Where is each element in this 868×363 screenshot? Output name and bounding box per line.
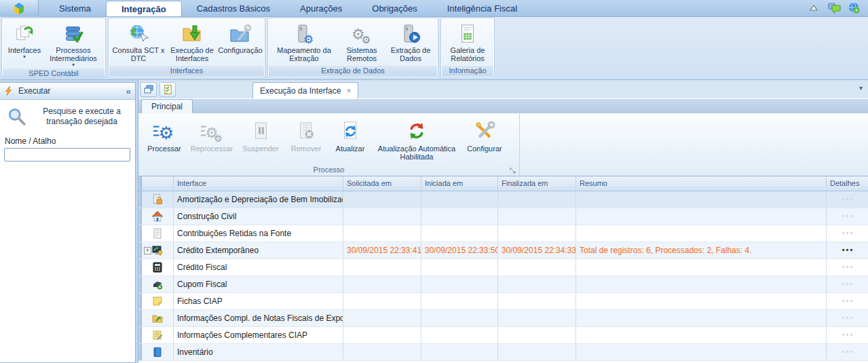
details-button[interactable]: ••• (827, 191, 868, 208)
interface-cell: Inventário (174, 344, 343, 360)
pause-document-icon (250, 120, 271, 142)
remover-button[interactable]: Remover (284, 116, 328, 164)
table-row-inventario[interactable]: Inventário ••• (138, 344, 868, 361)
processo-group-footer: Processo (138, 164, 519, 176)
column-header-icon[interactable] (142, 176, 174, 191)
menu-tab-apuracoes[interactable]: Apurações (285, 0, 357, 16)
table-row-fichas-ciap[interactable]: Fichas CIAP ••• (138, 293, 868, 310)
menu-tab-inteligencia-fiscal[interactable]: Inteligência Fiscal (432, 0, 532, 16)
atualizacao-automatica-label: Atualização Automática Habilitada (372, 145, 461, 161)
details-button[interactable]: ••• (827, 276, 868, 292)
configurar-button[interactable]: Configurar (461, 116, 508, 164)
ribbon-group-sped-contabil: Interfaces ▾ Processos Intermediários ▾ (1, 18, 106, 78)
application-window: Sistema Integração Cadastros Básicos Apu… (0, 0, 868, 363)
atualizar-button[interactable]: Atualizar (328, 116, 372, 164)
tab-execucao-da-interface[interactable]: Execução da Interface × (252, 82, 358, 98)
nome-atalho-input[interactable] (4, 148, 130, 161)
suspender-label: Suspender (242, 145, 278, 153)
ribbon-group-extracao-de-dados: ⚙ Mapeamento da Extração ⚙ ⚙ Sistemas Re… (267, 18, 438, 78)
reprocessar-button[interactable]: ⚙ ⚙ Reprocessar (186, 116, 238, 164)
column-header-finalizada-em[interactable]: Finalizada em (498, 176, 576, 191)
server-gear-icon: ⚙ (293, 23, 315, 45)
column-header-iniciada-em[interactable]: Iniciada em (421, 176, 498, 191)
iniciada-em-cell: 30/09/2015 22:33:50 (421, 242, 498, 259)
svg-text:⚙: ⚙ (214, 133, 222, 142)
menu-tab-obrigacoes[interactable]: Obrigações (357, 0, 432, 16)
process-gear-icon: ⚙ (153, 119, 176, 142)
interface-grid: Interface Solicitada em Iniciada em Fina… (138, 176, 868, 363)
execucao-de-interfaces-button[interactable]: Execução de Interfaces (166, 20, 219, 65)
receipt-printer-icon (152, 279, 163, 290)
table-row-amortizacao[interactable]: Amortização e Depreciação de Bem Imobili… (138, 191, 868, 208)
search-hint: Pesquise e execute a transação desejada (0, 100, 135, 131)
reprocessar-label: Reprocessar (191, 145, 233, 153)
feedback-button[interactable] (827, 2, 841, 14)
document-tab-label: Execução da Interface (260, 86, 341, 96)
table-row-informacoes-compl-export[interactable]: Informações Compl. de Notas Fiscais de E… (138, 310, 868, 327)
tab-list-dropdown-icon[interactable]: ▾ (859, 84, 863, 92)
column-header-interface[interactable]: Interface (174, 176, 343, 191)
app-logo-button[interactable] (0, 0, 39, 17)
help-button[interactable] (848, 2, 861, 14)
suspender-button[interactable]: Suspender (238, 116, 284, 164)
column-header-solicitada-em[interactable]: Solicitada em (343, 176, 421, 191)
menu-tab-cadastros-basicos[interactable]: Cadastros Básicos (182, 0, 285, 16)
table-row-informacoes-complementares-ciap[interactable]: Informações Complementares CIAP ••• (138, 327, 868, 344)
interfaces-icon (14, 24, 35, 44)
details-button[interactable]: ••• (827, 344, 868, 360)
galeria-de-relatorios-button[interactable]: Galeria de Relatórios (444, 20, 491, 65)
interface-cell: Informações Complementares CIAP (174, 327, 343, 343)
close-tab-icon[interactable]: × (346, 86, 351, 96)
extracao-de-dados-button[interactable]: Extração de Dados (386, 20, 435, 65)
executar-panel-header: Executar « (0, 83, 135, 100)
table-row-credito-extemporaneo[interactable]: + Crédito Extemporâneo 30/09/2015 22:33:… (138, 242, 868, 259)
processos-intermediarios-button[interactable]: Processos Intermediários ▾ (44, 20, 102, 68)
mapeamento-da-extracao-button[interactable]: ⚙ Mapeamento da Extração (271, 20, 337, 65)
table-row-construcao-civil[interactable]: Construção Civil ••• (138, 208, 868, 225)
processar-button[interactable]: ⚙ Processar (143, 116, 186, 164)
table-row-credito-fiscal[interactable]: Crédito Fiscal ••• (138, 259, 868, 276)
task-list-button[interactable] (159, 82, 176, 97)
details-button[interactable]: ••• (827, 225, 868, 242)
dropdown-arrow-icon: ▾ (23, 54, 26, 60)
remove-document-icon (296, 120, 316, 142)
consulta-sct-x-dtc-button[interactable]: Consulta SCT x DTC (111, 20, 166, 65)
details-button[interactable]: ••• (827, 327, 868, 343)
dialog-launcher-icon (510, 168, 516, 174)
menu-tab-integracao[interactable]: Integração (106, 1, 182, 16)
interfaces-button[interactable]: Interfaces ▾ (5, 20, 44, 68)
atualizacao-automatica-button[interactable]: Atualização Automática Habilitada (372, 116, 461, 164)
table-row-cupom-fiscal[interactable]: Cupom Fiscal ••• (138, 276, 868, 293)
svg-text:⚙: ⚙ (159, 123, 174, 142)
column-header-resumo[interactable]: Resumo (576, 176, 827, 191)
cascade-windows-button[interactable] (140, 82, 157, 97)
details-button[interactable]: ••• (827, 208, 868, 225)
tab-principal[interactable]: Principal (141, 99, 193, 113)
interface-cell: Amortização e Depreciação de Bem Imobili… (174, 191, 343, 208)
collapse-ribbon-button[interactable] (807, 2, 820, 14)
details-button[interactable]: ••• (827, 259, 868, 275)
sticky-note-icon (152, 296, 163, 307)
details-button[interactable]: ••• (827, 293, 868, 309)
extracao-dados-label: Extração de Dados (386, 46, 435, 62)
nome-atalho-label: Nome / Atalho (5, 136, 135, 146)
ribbon-group-label: SPED Contábil (3, 69, 105, 79)
checklist-icon (163, 84, 173, 95)
executar-panel-title: Executar (18, 86, 50, 96)
processos-intermediarios-label: Processos Intermediários (44, 46, 102, 62)
table-row-contribuicoes[interactable]: Contribuições Retidas na Fonte ••• (138, 225, 868, 242)
details-button[interactable]: ••• (827, 310, 868, 326)
details-button[interactable]: ••• (827, 242, 868, 259)
configuracao-button[interactable]: Configuração (219, 20, 262, 65)
column-header-detalhes[interactable]: Detalhes (827, 176, 868, 191)
interface-cell: Informações Compl. de Notas Fiscais de E… (174, 310, 343, 326)
ribbon-group-interfaces: Consulta SCT x DTC Execução de Interface… (108, 18, 265, 78)
gears-icon: ⚙ ⚙ (350, 23, 373, 45)
collapse-panel-button[interactable]: « (126, 86, 131, 96)
ribbon-group-label: Extração de Dados (269, 66, 437, 77)
sistemas-remotos-button[interactable]: ⚙ ⚙ Sistemas Remotos (337, 20, 386, 65)
report-gallery-icon (457, 24, 478, 44)
inner-ribbon-tabs: Principal (138, 98, 868, 113)
expand-row-button[interactable]: + (144, 247, 151, 254)
menu-tab-sistema[interactable]: Sistema (44, 0, 106, 16)
